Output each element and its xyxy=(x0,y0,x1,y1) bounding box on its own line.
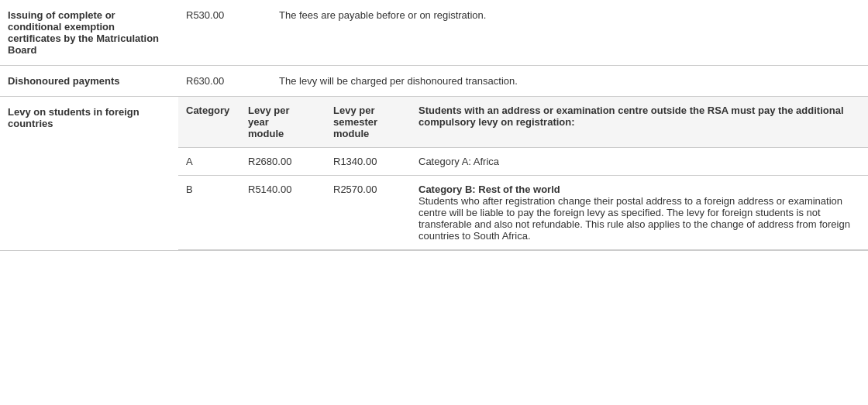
item-b-levy-sem: R2570.00 xyxy=(326,176,411,250)
levy-inner-container: Category Levy peryearmodule Levy perseme… xyxy=(178,97,868,251)
levy-label: Levy on students in foreign countries xyxy=(0,97,178,251)
header-levy-sem: Levy persemestermodule xyxy=(326,97,411,148)
header-category: Category xyxy=(178,97,240,148)
item-a-category: A xyxy=(178,148,240,176)
exemption-description: The fees are payable before or on regist… xyxy=(271,0,868,66)
item-b-levy-year: R5140.00 xyxy=(240,176,326,250)
dishonoured-amount: R630.00 xyxy=(178,66,271,97)
fees-table: Issuing of complete or conditional exemp… xyxy=(0,0,868,251)
header-description-text: Students with an address or examination … xyxy=(411,97,868,148)
levy-item-a: A R2680.00 R1340.00 Category A: Africa xyxy=(178,148,868,176)
dishonoured-label: Dishonoured payments xyxy=(0,66,178,97)
item-a-description: Category A: Africa xyxy=(411,148,868,176)
item-a-levy-sem: R1340.00 xyxy=(326,148,411,176)
levy-inner-table: Category Levy peryearmodule Levy perseme… xyxy=(178,97,868,250)
dishonoured-row: Dishonoured payments R630.00 The levy wi… xyxy=(0,66,868,97)
levy-row: Levy on students in foreign countries Ca… xyxy=(0,97,868,251)
item-a-levy-year: R2680.00 xyxy=(240,148,326,176)
levy-item-b: B R5140.00 R2570.00 Category B: Rest of … xyxy=(178,176,868,250)
item-b-category: B xyxy=(178,176,240,250)
item-b-description: Category B: Rest of the worldStudents wh… xyxy=(411,176,868,250)
exemption-label: Issuing of complete or conditional exemp… xyxy=(0,0,178,66)
header-levy-year: Levy peryearmodule xyxy=(240,97,326,148)
exemption-row: Issuing of complete or conditional exemp… xyxy=(0,0,868,66)
exemption-amount: R530.00 xyxy=(178,0,271,66)
levy-header-row: Category Levy peryearmodule Levy perseme… xyxy=(178,97,868,148)
dishonoured-description: The levy will be charged per dishonoured… xyxy=(271,66,868,97)
